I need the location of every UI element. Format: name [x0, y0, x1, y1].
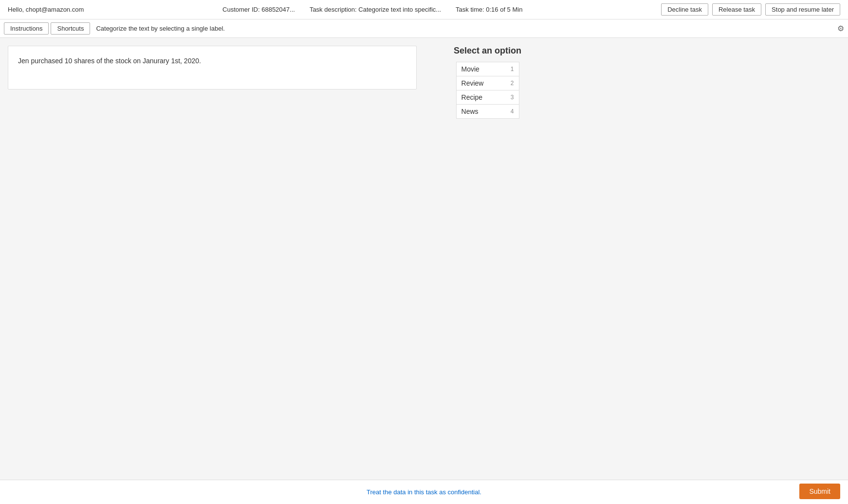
- option-item-movie[interactable]: Movie1: [456, 62, 519, 76]
- text-panel: Jen purchased 10 shares of the stock on …: [8, 46, 417, 90]
- option-shortcut-3: 3: [511, 94, 514, 101]
- confidential-text: Treat the data in this task as confident…: [367, 488, 481, 496]
- sub-header: Instructions Shortcuts Categorize the te…: [0, 19, 848, 38]
- stop-resume-button[interactable]: Stop and resume later: [765, 3, 840, 16]
- option-item-recipe[interactable]: Recipe3: [456, 90, 519, 104]
- main-content: Jen purchased 10 shares of the stock on …: [0, 38, 848, 460]
- option-shortcut-2: 2: [511, 80, 514, 87]
- submit-button[interactable]: Submit: [799, 484, 840, 499]
- decline-task-button[interactable]: Decline task: [661, 3, 708, 16]
- shortcuts-tab[interactable]: Shortcuts: [51, 22, 90, 35]
- task-hint: Categorize the text by selecting a singl…: [96, 25, 225, 32]
- option-shortcut-4: 4: [511, 108, 514, 115]
- option-label-review: Review: [461, 79, 507, 87]
- text-content: Jen purchased 10 shares of the stock on …: [18, 56, 406, 66]
- select-title: Select an option: [454, 46, 521, 56]
- bottom-bar: Treat the data in this task as confident…: [0, 480, 848, 504]
- option-label-recipe: Recipe: [461, 93, 507, 101]
- option-label-news: News: [461, 108, 507, 115]
- task-time: Task time: 0:16 of 5 Min: [456, 6, 522, 13]
- option-item-review[interactable]: Review2: [456, 76, 519, 90]
- customer-id: Customer ID: 68852047...: [222, 6, 295, 13]
- option-label-movie: Movie: [461, 65, 507, 73]
- top-bar: Hello, chopt@amazon.com Customer ID: 688…: [0, 0, 848, 19]
- option-shortcut-1: 1: [511, 66, 514, 72]
- release-task-button[interactable]: Release task: [712, 3, 761, 16]
- options-panel: Select an option Movie1Review2Recipe3New…: [454, 46, 521, 452]
- instructions-tab[interactable]: Instructions: [4, 22, 49, 35]
- settings-icon[interactable]: ⚙: [837, 24, 844, 33]
- option-item-news[interactable]: News4: [456, 104, 519, 119]
- task-description: Task description: Categorize text into s…: [310, 6, 441, 13]
- top-actions: Decline task Release task Stop and resum…: [661, 3, 840, 16]
- task-info: Customer ID: 68852047... Task descriptio…: [222, 6, 522, 13]
- greeting: Hello, chopt@amazon.com: [8, 6, 84, 13]
- options-list: Movie1Review2Recipe3News4: [456, 62, 519, 119]
